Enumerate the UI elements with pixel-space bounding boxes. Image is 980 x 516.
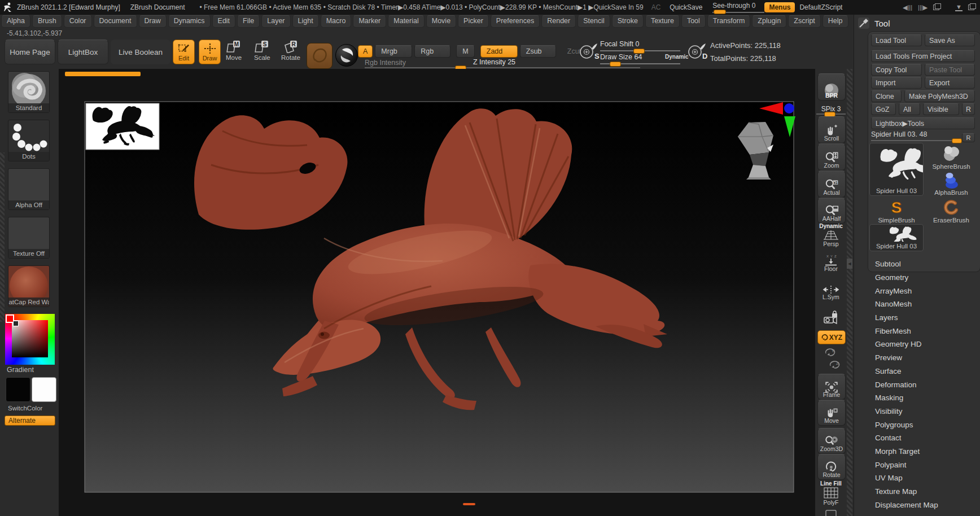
menu-item[interactable]: Texture xyxy=(645,15,680,28)
menu-item[interactable]: Marker xyxy=(353,15,386,28)
export-button[interactable]: Export xyxy=(925,77,975,89)
stroke-d-icon[interactable]: D xyxy=(686,42,708,62)
default-zscript-button[interactable]: DefaultZScript xyxy=(799,3,842,11)
menu-item[interactable]: Zscript xyxy=(788,15,821,28)
stroke-selector[interactable]: Dots xyxy=(8,120,50,161)
menu-item[interactable]: Draw xyxy=(139,15,167,28)
edit-mode-button[interactable]: Edit xyxy=(173,40,195,64)
menus-button[interactable]: Menus xyxy=(764,2,795,12)
see-through-handle[interactable] xyxy=(714,10,726,14)
current-material-sphere[interactable] xyxy=(335,44,358,67)
tool-section-header[interactable]: ArrayMesh xyxy=(875,284,938,298)
scroll-tool-button[interactable]: Scroll xyxy=(817,116,846,143)
menu-item[interactable]: Alpha xyxy=(1,15,30,28)
local-symmetry-button[interactable]: L.Sym xyxy=(817,280,845,301)
home-page-button[interactable]: Home Page xyxy=(5,40,55,64)
zoom3d-button[interactable]: Zoom3D xyxy=(817,428,846,454)
partial-bottom-button[interactable] xyxy=(817,508,845,516)
ac-button[interactable]: AC xyxy=(651,3,661,11)
draw-size-handle[interactable] xyxy=(610,62,621,67)
previous-window-icon[interactable] xyxy=(933,5,939,10)
tool-section-header[interactable]: Surface xyxy=(875,365,938,378)
a-toggle-button[interactable]: A xyxy=(358,45,373,58)
tool-section-header[interactable]: Displacement Map xyxy=(875,498,938,511)
menu-item[interactable]: Help xyxy=(823,15,848,28)
menu-item[interactable]: Stroke xyxy=(612,15,644,28)
panel-collapse-arrow[interactable]: ◄ xyxy=(847,259,852,269)
menu-item[interactable]: Tool xyxy=(681,15,706,28)
tool-section-header[interactable]: UV Map xyxy=(875,471,938,485)
menu-item[interactable]: Preferences xyxy=(491,15,540,28)
menu-item[interactable]: Stencil xyxy=(578,15,610,28)
tool-slider-handle[interactable] xyxy=(952,138,962,143)
secondary-color-swatch[interactable] xyxy=(32,377,56,402)
stroke-s-icon[interactable]: S xyxy=(578,42,600,62)
load-tool-button[interactable]: Load Tool xyxy=(871,34,922,46)
goz-visible-button[interactable]: Visible xyxy=(923,103,959,115)
rgb-intensity-slider[interactable]: Rgb Intensity xyxy=(365,59,406,67)
current-brush-thumbnail[interactable] xyxy=(307,43,333,69)
tool-section-header[interactable]: Polypaint xyxy=(875,458,938,471)
persp-button[interactable]: Dynamic Persp xyxy=(817,221,845,248)
tool-section-header[interactable]: Texture Map xyxy=(875,485,938,498)
goz-all-button[interactable]: All xyxy=(899,103,920,115)
bpr-render-button[interactable]: BPR xyxy=(817,73,846,100)
floor-button[interactable]: XYZ Floor xyxy=(817,248,845,273)
dock-icon[interactable]: ▼ xyxy=(955,3,963,11)
tool-slider-r-button[interactable]: R xyxy=(962,133,975,142)
copy-tool-button[interactable]: Copy Tool xyxy=(871,64,922,76)
z-intensity-slider[interactable]: Z Intensity 25 xyxy=(473,58,515,66)
menu-item[interactable]: File xyxy=(237,15,260,28)
menu-item[interactable]: Picker xyxy=(458,15,489,28)
canvas-hscroll-indicator[interactable] xyxy=(65,72,141,76)
alpha-selector[interactable]: Alpha Off xyxy=(8,168,50,210)
tool-section-header[interactable]: Deformation xyxy=(875,378,938,391)
menu-item[interactable]: Light xyxy=(292,15,319,28)
rotate-mode-button[interactable]: R Rotate xyxy=(281,41,300,61)
m-button[interactable]: M xyxy=(456,45,474,58)
switch-color-button[interactable]: SwitchColor xyxy=(6,403,56,413)
move-canvas-button[interactable]: Move xyxy=(817,400,846,426)
scroll-interface-right-icon[interactable]: |||▶ xyxy=(918,4,928,11)
rgb-button[interactable]: Rgb xyxy=(414,45,450,58)
tool-slider-track[interactable] xyxy=(871,140,959,141)
quicksave-button[interactable]: QuickSave xyxy=(670,3,702,11)
make-polymesh3d-button[interactable]: Make PolyMesh3D xyxy=(904,90,975,102)
texture-selector[interactable]: Texture Off xyxy=(8,217,50,259)
rotate-z-icon[interactable]: Z xyxy=(828,358,841,370)
menu-item[interactable]: Zplugin xyxy=(752,15,786,28)
lightbox-button[interactable]: LightBox xyxy=(58,40,108,64)
color-picker[interactable] xyxy=(5,314,55,365)
goz-r-button[interactable]: R xyxy=(962,103,975,115)
tool-section-header[interactable]: Preview xyxy=(875,351,938,365)
zsub-button[interactable]: Zsub xyxy=(520,45,556,58)
save-as-button[interactable]: Save As xyxy=(925,34,975,46)
spider-hull-small-item[interactable]: Spider Hull 03 xyxy=(869,224,924,251)
tool-section-header[interactable]: Geometry xyxy=(875,271,938,285)
menu-item[interactable]: Color xyxy=(64,15,92,28)
left-divider-handle[interactable] xyxy=(0,152,5,322)
zadd-button[interactable]: Zadd xyxy=(480,45,518,58)
active-tool-thumbnail[interactable]: Spider Hull 03 xyxy=(869,143,924,196)
tool-section-header[interactable]: Morph Target xyxy=(875,445,938,458)
gradient-label[interactable]: Gradient xyxy=(7,366,34,374)
tool-section-header[interactable]: Layers xyxy=(875,311,938,325)
menu-item[interactable]: Render xyxy=(541,15,576,28)
mrgb-button[interactable]: Mrgb xyxy=(375,45,412,58)
lightbox-tools-button[interactable]: Lightbox▶Tools xyxy=(871,117,975,129)
document-canvas[interactable] xyxy=(59,69,815,516)
tool-section-header[interactable]: Contact xyxy=(875,431,938,445)
store-camera-button[interactable] xyxy=(817,305,845,329)
alternate-button[interactable]: Alternate xyxy=(5,416,55,426)
main-color-swatch[interactable] xyxy=(6,377,30,402)
material-selector[interactable]: MatCap Red Wax xyxy=(8,265,50,307)
draw-size-slider[interactable]: Draw Size 64 xyxy=(600,53,642,61)
tool-quicksave-slider[interactable]: Spider Hull 03. 48 xyxy=(871,130,927,138)
tool-pick-icon[interactable] xyxy=(858,17,870,29)
sphere-brush-item[interactable]: SphereBrush xyxy=(926,144,977,170)
menu-item[interactable]: Material xyxy=(388,15,424,28)
frame-button[interactable]: Frame xyxy=(817,374,846,400)
rotate-canvas-button[interactable]: Rotate xyxy=(817,454,846,480)
focal-shift-slider[interactable]: Focal Shift 0 xyxy=(600,40,639,48)
scale-mode-button[interactable]: S Scale xyxy=(254,41,270,61)
